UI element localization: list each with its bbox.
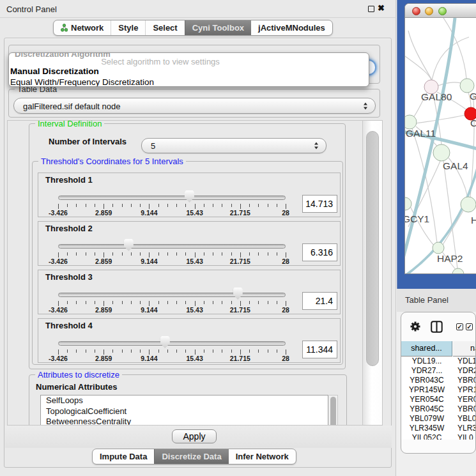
network-edge[interactable]: [443, 161, 457, 268]
network-node[interactable]: [405, 115, 417, 129]
threshold-value-field[interactable]: 21.4: [302, 292, 337, 310]
slider-track[interactable]: [58, 293, 286, 297]
slider-track[interactable]: [58, 196, 286, 200]
tab-impute-data[interactable]: Impute Data: [93, 449, 154, 464]
tick-mark: [176, 252, 177, 256]
minimize-button[interactable]: [425, 7, 433, 15]
network-edge[interactable]: [408, 31, 432, 80]
table-panel-header: Table Panel: [397, 289, 476, 312]
table-row[interactable]: YDL19...YDL1: [401, 357, 476, 366]
tab-label: Select: [153, 20, 177, 35]
apply-button[interactable]: Apply: [172, 429, 217, 443]
tick-mark: [231, 349, 232, 353]
column-header-name[interactable]: na: [453, 341, 476, 357]
dropdown-option[interactable]: Equal Width/Frequency Discretization: [10, 77, 154, 87]
table-row[interactable]: YER054CYER0: [401, 395, 476, 404]
threshold-label: Threshold 3: [45, 272, 93, 282]
network-node[interactable]: [461, 197, 476, 212]
threshold-value-field[interactable]: 6.316: [302, 243, 337, 261]
tick-mark: [67, 301, 68, 304]
tick-mark: [167, 252, 168, 256]
checkbox-icon[interactable]: ✓: [466, 323, 473, 330]
table-row[interactable]: YBR045CYBR0: [401, 404, 476, 414]
tick-mark: [268, 301, 268, 304]
number-of-intervals-label: Number of Intervals: [49, 137, 127, 146]
tab-discretize-data[interactable]: Discretize Data: [154, 449, 228, 464]
tick-mark: [277, 252, 277, 256]
threshold-card: Threshold 4-3.4262.8599.14415.4321.71528…: [38, 318, 341, 363]
tick-mark: [67, 349, 68, 353]
tick-mark: [167, 301, 168, 304]
slider-thumb[interactable]: [233, 288, 243, 300]
dropdown-option[interactable]: Manual Discretization: [10, 66, 99, 76]
tab-infer-network[interactable]: Infer Network: [229, 449, 296, 464]
network-node[interactable]: [433, 144, 450, 161]
table-row[interactable]: YDR27...YDR2: [401, 366, 476, 376]
number-of-intervals-combobox[interactable]: 5: [141, 138, 326, 153]
column-header-shared-name[interactable]: shared...: [401, 341, 452, 357]
tick-mark: [95, 301, 95, 304]
network-edge[interactable]: [412, 128, 437, 243]
close-icon[interactable]: ✖: [378, 3, 385, 13]
table-row[interactable]: YBR043CYBR0: [401, 376, 476, 385]
network-edge[interactable]: [417, 114, 467, 123]
network-canvas[interactable]: GAL80GALCYGAL11GAL4GCY1HAHAP2: [405, 18, 476, 274]
tab-label: jActiveMNodules: [258, 20, 325, 35]
network-edge[interactable]: [405, 56, 431, 80]
table-row[interactable]: YPR145WYPR1: [401, 385, 476, 395]
main-scrollbar[interactable]: [362, 121, 382, 425]
tab-label: Cyni Toolbox: [192, 20, 244, 35]
attribute-list-item[interactable]: TopologicalCoefficient: [41, 406, 328, 417]
tick-mark: [158, 301, 159, 304]
threshold-value-field[interactable]: 14.713: [302, 195, 337, 213]
tab-label: Style: [118, 20, 138, 35]
slider-track[interactable]: [58, 341, 286, 346]
tick-mark: [86, 204, 86, 207]
tick-label: 9.144: [135, 257, 163, 265]
split-columns-icon[interactable]: [431, 321, 443, 333]
cell-shared-name: YDL19...: [401, 357, 452, 365]
checkbox-icon[interactable]: ✓: [456, 323, 463, 330]
tab-network[interactable]: Network: [54, 20, 111, 35]
threshold-card: Threshold 3-3.4262.8599.14415.4321.71528…: [38, 270, 341, 314]
tick-mark: [131, 349, 132, 353]
attribute-list-item[interactable]: BetweennessCentrality: [41, 417, 328, 425]
table-data-combobox[interactable]: galFiltered.sif default node: [13, 98, 376, 114]
tab-cyni-toolbox[interactable]: Cyni Toolbox: [185, 20, 251, 35]
float-window-icon[interactable]: [368, 6, 374, 12]
tick-label: 2.859: [89, 209, 118, 217]
tab-select[interactable]: Select: [145, 20, 184, 35]
attributes-scrollbar[interactable]: [329, 395, 338, 425]
tab-jactivemnodules[interactable]: jActiveMNodules: [251, 20, 332, 35]
tick-mark: [185, 204, 186, 207]
network-node[interactable]: [433, 242, 444, 254]
gear-icon[interactable]: [410, 321, 421, 332]
network-node[interactable]: [452, 268, 464, 274]
attribute-list-item[interactable]: SelfLoops: [41, 395, 328, 406]
tab-style[interactable]: Style: [111, 20, 145, 35]
table-row[interactable]: YLR345WYLR3: [401, 424, 476, 433]
tick-mark: [140, 204, 141, 207]
close-button[interactable]: [412, 7, 420, 15]
tick-mark: [176, 301, 177, 304]
slider-track[interactable]: [58, 244, 286, 249]
slider-thumb[interactable]: [160, 336, 170, 348]
threshold-value-field[interactable]: 11.344: [302, 341, 337, 358]
settings-scrollpane: Interval Definition Number of Intervals …: [7, 120, 383, 426]
tick-mark: [286, 204, 286, 209]
slider-thumb[interactable]: [124, 239, 134, 251]
table-row[interactable]: YIL052CYIL0: [401, 433, 476, 440]
scrollbar-thumb[interactable]: [330, 397, 336, 425]
table-row[interactable]: YBL079WYBL0: [401, 414, 476, 424]
scrollbar-thumb[interactable]: [366, 131, 379, 366]
tick-mark: [176, 349, 177, 353]
tick-label: 2.859: [89, 306, 118, 314]
node-label: CY: [470, 118, 476, 128]
tick-mark: [249, 252, 250, 256]
panel-title: Control Panel: [6, 4, 57, 14]
numerical-attributes-list[interactable]: SelfLoopsTopologicalCoefficientBetweenne…: [40, 395, 328, 425]
network-node[interactable]: [405, 197, 411, 210]
slider-thumb[interactable]: [185, 190, 194, 203]
zoom-button[interactable]: [438, 7, 447, 15]
tick-mark: [240, 252, 241, 257]
